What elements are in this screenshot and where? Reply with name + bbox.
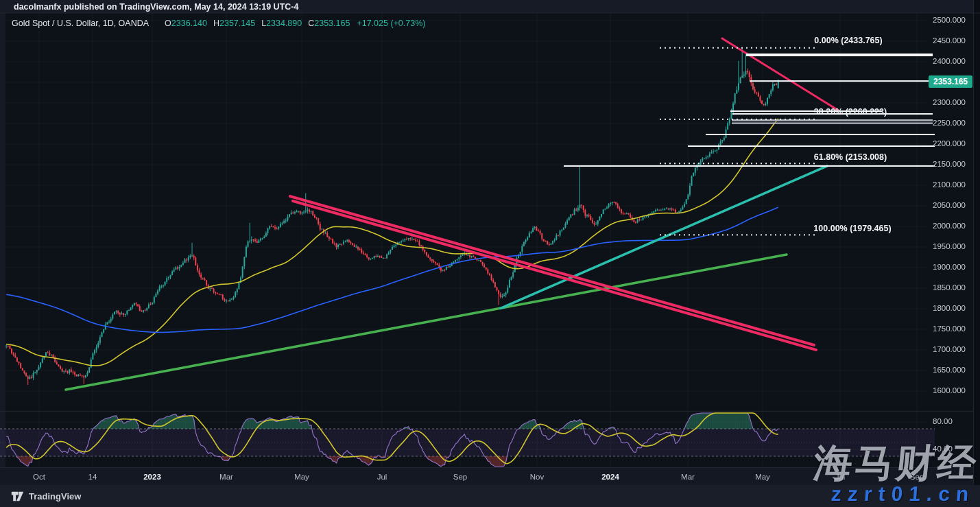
symbol-title: Gold Spot / U.S. Dollar, 1D, OANDA <box>12 19 149 28</box>
last-price-badge: 2353.165 <box>929 75 972 88</box>
time-tick-label: May <box>755 473 770 481</box>
price-tick-label: 2050.000 <box>933 201 966 209</box>
tradingview-icon <box>11 491 24 502</box>
ohlc-open-value: 2336.140 <box>171 19 207 28</box>
price-tick-label: 2500.000 <box>933 16 966 24</box>
time-tick-label: Mar <box>219 473 233 481</box>
watermark-site: zzrt01.cn <box>830 482 975 506</box>
price-tick-label: 2450.000 <box>933 36 966 45</box>
chart-canvas[interactable] <box>0 0 980 507</box>
fib-label: 100.00% (1979.465) <box>813 224 891 233</box>
price-tick-label: 2250.000 <box>933 119 966 127</box>
price-tick-label: 2000.000 <box>933 222 966 230</box>
time-tick-label: 2024 <box>601 473 619 481</box>
fib-label: 0.00% (2433.765) <box>814 36 882 45</box>
price-tick-label: 1700.000 <box>933 345 966 353</box>
price-tick-label: 1650.000 <box>933 366 966 374</box>
publish-text: dacolmanfx published on TradingView.com,… <box>14 2 298 12</box>
price-tick-label: 2300.000 <box>933 98 966 106</box>
publish-bar: dacolmanfx published on TradingView.com,… <box>14 1 298 12</box>
tradingview-published-chart: dacolmanfx published on TradingView.com,… <box>0 0 980 507</box>
tradingview-logo[interactable]: TradingView <box>11 490 81 502</box>
time-tick-label: May <box>294 473 309 481</box>
time-tick-label: Jul <box>377 473 387 481</box>
symbol-legend[interactable]: Gold Spot / U.S. Dollar, 1D, OANDAO2336.… <box>12 18 425 29</box>
ohlc-close-value: 2353.165 <box>314 19 350 28</box>
ohlc-low-value: 2334.890 <box>266 19 302 28</box>
change-value: +17.025 (+0.73%) <box>357 19 425 28</box>
price-tick-label: 1600.000 <box>933 386 966 394</box>
time-tick-label: Oct <box>33 473 45 481</box>
ohlc-high-label: H <box>213 19 219 28</box>
price-tick-label: 1900.000 <box>933 263 966 271</box>
price-tick-label: 1800.000 <box>933 304 966 312</box>
price-tick-label: 2100.000 <box>933 180 966 189</box>
price-tick-label: 1850.000 <box>933 283 966 292</box>
ohlc-open-label: O <box>165 19 171 28</box>
fib-label: 38.20% (2260.223) <box>814 107 887 117</box>
time-tick-label: 14 <box>88 473 97 481</box>
fib-label: 61.80% (2153.008) <box>814 152 887 162</box>
ohlc-high-value: 2357.145 <box>219 19 255 28</box>
price-tick-label: 2150.000 <box>933 160 966 168</box>
time-tick-label: 2023 <box>143 473 161 481</box>
price-tick-label: 2400.000 <box>933 57 966 65</box>
ohlc-close-label: C <box>308 19 314 28</box>
time-tick-label: Sep <box>453 473 467 481</box>
rsi-tick-label: 80.00 <box>933 417 953 425</box>
price-tick-label: 1950.000 <box>933 242 966 250</box>
price-tick-label: 2200.000 <box>933 139 966 148</box>
time-tick-label: Nov <box>530 473 544 481</box>
tradingview-text: TradingView <box>29 491 81 502</box>
price-tick-label: 1750.000 <box>933 325 966 333</box>
time-tick-label: Mar <box>681 473 695 481</box>
